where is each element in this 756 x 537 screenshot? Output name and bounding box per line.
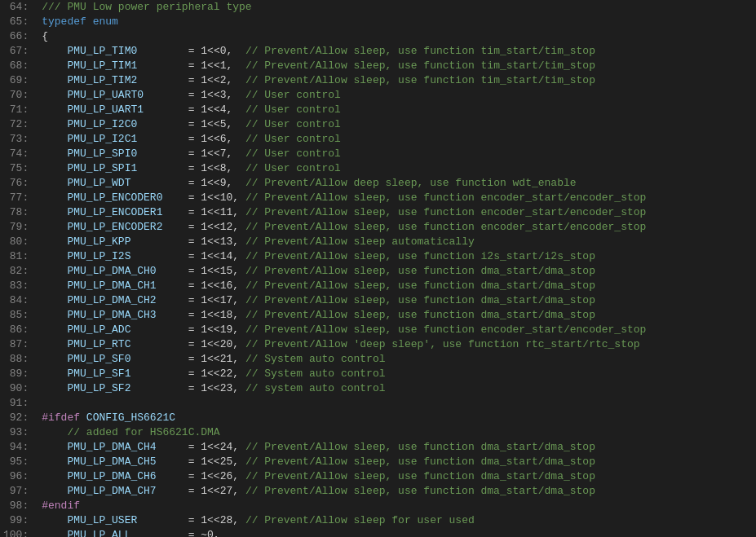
line-number: 81: [3,249,29,264]
code-token-keyword: enum [93,15,118,28]
code-token-plain: = ~0, [130,529,219,537]
code-token-comment: // Prevent/Allow 'deep sleep', use funct… [245,338,640,350]
code-token-enum-member: PMU_LP_DMA_CH4 [67,441,156,453]
line-number: 93: [3,425,29,440]
code-token-plain: = 1<<22, [130,368,245,380]
code-token-comment: // Prevent/Allow sleep, use function dma… [245,485,595,497]
code-line: /// PMU Low power peripheral type [42,0,756,15]
code-token-preprocessor: #ifdef [42,412,80,424]
code-token-enum-member: PMU_LP_SPI1 [67,162,137,174]
code-token-plain [42,294,67,306]
code-line: PMU_LP_TIM2 = 1<<2, // Prevent/Allow sle… [42,73,756,88]
code-token-plain [42,235,67,248]
code-line: PMU_LP_SF0 = 1<<21, // System auto contr… [42,352,756,367]
code-line: #endif [42,499,756,513]
code-token-enum-member: PMU_LP_ENCODER2 [67,221,162,233]
code-token-plain: = 1<<17, [157,294,245,306]
code-token-plain [42,177,67,189]
code-token-enum-member: PMU_LP_ALL [67,529,130,537]
code-token-comment: // Prevent/Allow sleep, use function enc… [245,206,646,218]
line-number: 71: [3,103,29,117]
code-token-enum-member: PMU_LP_I2C1 [67,133,137,145]
line-number: 89: [3,367,29,381]
code-token-enum-member: PMU_LP_DMA_CH7 [67,485,156,497]
code-token-plain [42,59,67,72]
code-token-preprocessor: #endif [42,500,80,512]
code-token-plain [42,324,67,336]
code-token-plain [42,529,67,537]
code-token-plain: = 1<<25, [157,456,245,468]
code-token-enum-member: PMU_LP_TIM2 [67,74,137,86]
code-token-comment: // Prevent/Allow sleep automatically [245,235,475,248]
code-token-plain: = 1<<19, [130,324,245,336]
code-token-enum-member: PMU_LP_DMA_CH5 [67,456,156,468]
code-token-plain [42,470,67,482]
line-number: 83: [3,279,29,293]
code-token-plain: = 1<<11, [162,206,245,218]
code-token-plain: = 1<<20, [130,338,245,350]
code-token-plain: = 1<<15, [157,265,245,277]
code-token-plain: = 1<<10, [162,191,245,204]
code-token-plain [42,133,67,145]
line-number: 99: [3,513,29,528]
line-number: 100: [3,528,29,537]
code-token-comment: // Prevent/Allow sleep, use function enc… [245,324,646,336]
code-line: PMU_LP_SF2 = 1<<23, // system auto contr… [42,381,756,396]
code-line: PMU_LP_UART0 = 1<<3, // User control [42,88,756,103]
code-line: PMU_LP_DMA_CH1 = 1<<16, // Prevent/Allow… [42,279,756,293]
code-editor: 64:65:66:67:68:69:70:71:72:73:74:75:76:7… [0,0,756,537]
code-token-plain [42,265,67,277]
line-number: 96: [3,469,29,484]
code-token-plain [42,280,67,292]
line-number: 78: [3,205,29,220]
code-token-enum-member: PMU_LP_DMA_CH2 [67,294,156,306]
line-number: 64: [3,0,29,15]
code-token-comment: // System auto control [245,353,386,365]
code-token-enum-member: PMU_LP_TIM0 [67,45,137,57]
code-token-comment: // User control [245,162,341,174]
code-token-plain: = 1<<21, [130,353,245,365]
code-token-comment: // Prevent/Allow sleep, use function enc… [245,191,646,204]
code-content[interactable]: /// PMU Low power peripheral typetypedef… [35,0,756,537]
code-token-plain [42,250,67,262]
code-token-enum-member: PMU_LP_I2S [67,250,130,262]
code-token-plain [42,118,67,130]
code-token-plain: = 1<<16, [157,280,245,292]
line-number: 65: [3,15,29,29]
code-line: PMU_LP_WDT = 1<<9, // Prevent/Allow deep… [42,176,756,191]
code-token-comment: // Prevent/Allow sleep, use function enc… [245,221,646,233]
code-token-comment: // Prevent/Allow sleep, use function dma… [245,470,595,482]
code-token-plain [42,309,67,321]
code-token-plain: = 1<<18, [157,309,245,321]
code-line: PMU_LP_I2C1 = 1<<6, // User control [42,132,756,147]
code-token-comment: // Prevent/Allow sleep, use function dma… [245,280,595,292]
code-line: PMU_LP_ADC = 1<<19, // Prevent/Allow sle… [42,323,756,337]
code-token-plain [42,191,67,204]
code-token-plain: = 1<<4, [144,103,245,116]
code-line: typedef enum [42,15,756,29]
code-line: PMU_LP_DMA_CH6 = 1<<26, // Prevent/Allow… [42,469,756,484]
code-token-enum-member: PMU_LP_I2C0 [67,118,137,130]
code-line: PMU_LP_DMA_CH2 = 1<<17, // Prevent/Allow… [42,293,756,308]
code-token-plain: = 1<<13, [130,235,245,248]
code-token-comment: // Prevent/Allow sleep, use function tim… [245,74,595,86]
line-number: 92: [3,411,29,425]
code-line: PMU_LP_ALL = ~0, [42,528,756,537]
line-number: 86: [3,323,29,337]
line-number: 97: [3,484,29,499]
line-number: 88: [3,352,29,367]
line-number: 70: [3,88,29,103]
code-token-enum-member: PMU_LP_DMA_CH0 [67,265,156,277]
line-number: 66: [3,29,29,44]
code-token-plain [42,456,67,468]
code-token-plain: = 1<<2, [137,74,245,86]
line-number: 90: [3,381,29,396]
line-number: 82: [3,264,29,279]
code-line: PMU_LP_I2S = 1<<14, // Prevent/Allow sle… [42,249,756,264]
code-token-plain [42,353,67,365]
code-token-comment: // Prevent/Allow sleep, use function tim… [245,45,595,57]
code-line: PMU_LP_SPI0 = 1<<7, // User control [42,147,756,161]
code-token-enum-member: PMU_LP_KPP [67,235,130,248]
code-token-enum-member: PMU_LP_RTC [67,338,130,350]
code-token-comment: // Prevent/Allow sleep, use function dma… [245,441,595,453]
